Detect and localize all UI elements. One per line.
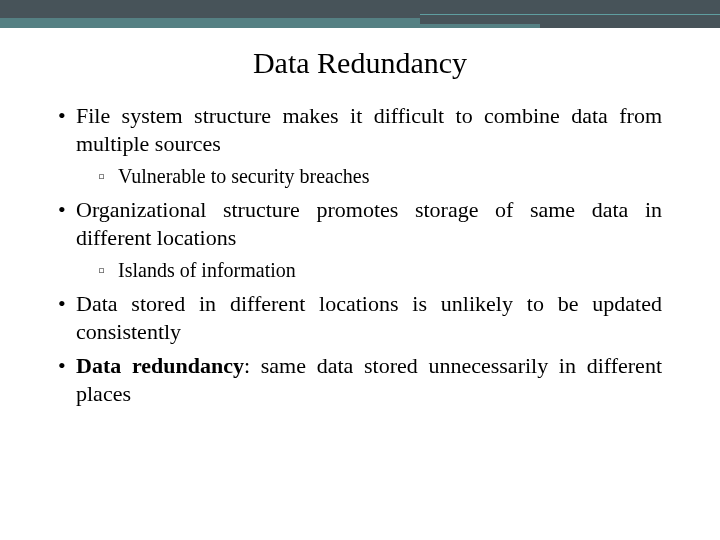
sub-bullet-text: Vulnerable to security breaches <box>118 165 369 187</box>
header-line <box>420 14 720 15</box>
bullet-item: Organizational structure promotes storag… <box>58 196 662 284</box>
bullet-text: File system structure makes it difficult… <box>76 103 662 156</box>
bullet-text: Data stored in different locations is un… <box>76 291 662 344</box>
bullet-item: Data redundancy: same data stored unnece… <box>58 352 662 408</box>
sub-bullet-text: Islands of information <box>118 259 296 281</box>
sub-bullet-list: Islands of information <box>76 258 662 284</box>
bullet-item: File system structure makes it difficult… <box>58 102 662 190</box>
sub-bullet-list: Vulnerable to security breaches <box>76 164 662 190</box>
bullet-item: Data stored in different locations is un… <box>58 290 662 346</box>
header-accent <box>0 18 420 28</box>
header-bar <box>0 0 720 28</box>
header-accent-2 <box>420 24 540 28</box>
bullet-text-bold: Data redundancy <box>76 353 244 378</box>
sub-bullet-item: Islands of information <box>98 258 662 284</box>
bullet-list: File system structure makes it difficult… <box>58 102 662 408</box>
slide-content: Data Redundancy File system structure ma… <box>0 28 720 408</box>
bullet-text: Organizational structure promotes storag… <box>76 197 662 250</box>
sub-bullet-item: Vulnerable to security breaches <box>98 164 662 190</box>
slide-title: Data Redundancy <box>58 46 662 80</box>
